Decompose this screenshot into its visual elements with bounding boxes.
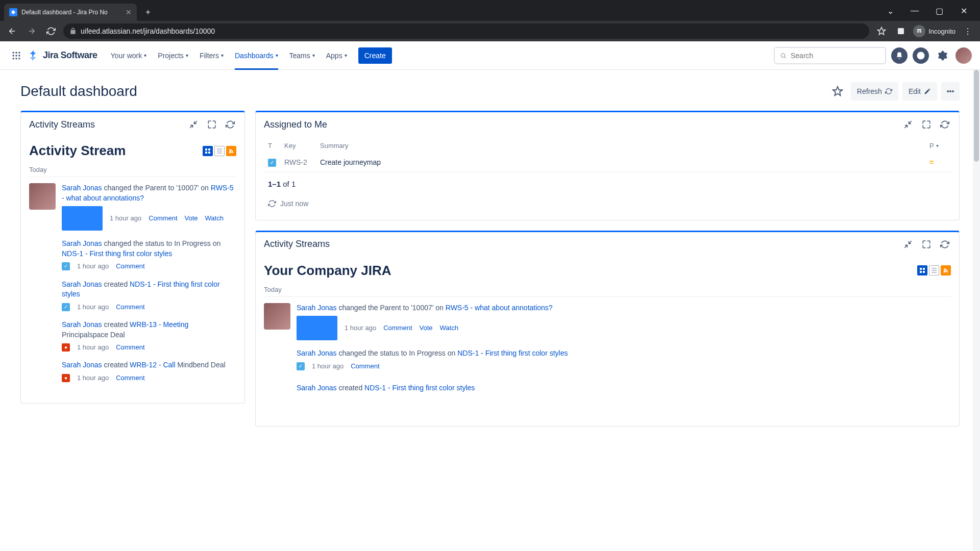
minimize-icon[interactable]: —: [904, 4, 925, 18]
activity-action[interactable]: Watch: [440, 323, 458, 333]
activity-link[interactable]: WRB-13 - Meeting: [130, 320, 188, 329]
col-key[interactable]: Key: [280, 139, 316, 153]
activity-user[interactable]: Sarah Jonas: [62, 361, 102, 369]
bookmark-star-icon[interactable]: [874, 24, 889, 38]
search-box[interactable]: [774, 47, 886, 64]
activity-avatar: [29, 320, 56, 346]
view-list-icon[interactable]: [214, 146, 225, 156]
view-list-icon[interactable]: [929, 265, 939, 276]
view-full-icon[interactable]: [917, 265, 927, 276]
activity-action[interactable]: Comment: [116, 303, 144, 312]
settings-icon[interactable]: [934, 47, 950, 64]
activity-action[interactable]: Comment: [149, 214, 177, 223]
app-switcher-icon[interactable]: [8, 47, 24, 64]
address-bar[interactable]: uifeed.atlassian.net/jira/dashboards/100…: [63, 23, 869, 39]
back-icon[interactable]: [5, 24, 19, 38]
svg-point-1: [917, 31, 919, 33]
notifications-icon[interactable]: [891, 47, 908, 64]
table-row[interactable]: ✓ RWS-2 Create journeymap =: [264, 153, 951, 172]
incognito-badge[interactable]: Incognito: [913, 25, 955, 37]
close-icon[interactable]: ✕: [126, 8, 132, 16]
activity-time: 1 hour ago: [345, 323, 376, 333]
minimize-icon[interactable]: [902, 118, 914, 131]
activity-user[interactable]: Sarah Jonas: [62, 280, 102, 288]
activity-user[interactable]: Sarah Jonas: [62, 320, 102, 329]
help-icon[interactable]: ?: [913, 47, 929, 64]
pager: 1–1 of 1: [264, 172, 951, 195]
view-full-icon[interactable]: [203, 146, 213, 156]
refresh-timestamp[interactable]: Just now: [264, 195, 951, 212]
search-input[interactable]: [791, 52, 880, 60]
nav-filters[interactable]: Filters▾: [195, 41, 228, 70]
activity-avatar[interactable]: [29, 183, 56, 210]
activity-link[interactable]: NDS-1 - First thing first color styles: [364, 384, 475, 392]
maximize-icon[interactable]: [206, 118, 218, 131]
activity-user[interactable]: Sarah Jonas: [297, 384, 337, 392]
activity-user[interactable]: Sarah Jonas: [297, 349, 337, 357]
activity-user[interactable]: Sarah Jonas: [297, 304, 337, 312]
refresh-icon[interactable]: [939, 238, 951, 251]
svg-point-8: [18, 55, 20, 56]
edit-button[interactable]: Edit: [902, 82, 937, 101]
col-type[interactable]: T: [264, 139, 280, 153]
scrollbar-thumb[interactable]: [974, 70, 979, 162]
reload-icon[interactable]: [44, 24, 58, 38]
maximize-icon[interactable]: [920, 238, 933, 251]
browser-tab[interactable]: Default dashboard - Jira Pro No ✕: [4, 4, 137, 21]
assigned-table: T Key Summary P▾ ✓ RWS-2 Create journeym…: [264, 139, 951, 172]
activity-action[interactable]: Watch: [205, 214, 224, 223]
window-controls: ⌄ — ▢ ✕: [880, 4, 980, 18]
activity-avatar[interactable]: [264, 303, 290, 330]
issue-key[interactable]: RWS-2: [280, 153, 316, 172]
rss-icon[interactable]: [226, 146, 236, 156]
nav-apps[interactable]: Apps▾: [322, 41, 351, 70]
jira-logo[interactable]: Jira Software: [28, 49, 97, 62]
activity-action[interactable]: Comment: [351, 362, 379, 371]
refresh-button[interactable]: Refresh: [851, 82, 898, 101]
activity-user[interactable]: Sarah Jonas: [62, 239, 102, 247]
priority-medium-icon: =: [929, 158, 934, 166]
activity-link[interactable]: WRB-12 - Call: [130, 361, 175, 369]
rss-icon[interactable]: [941, 265, 951, 276]
gadget-title: Assigned to Me: [264, 119, 327, 130]
activity-action[interactable]: Comment: [116, 343, 144, 352]
maximize-icon[interactable]: [920, 118, 933, 131]
refresh-icon[interactable]: [224, 118, 236, 131]
minimize-icon[interactable]: [187, 118, 200, 131]
activity-action[interactable]: Vote: [185, 214, 198, 223]
activity-link[interactable]: NDS-1 - First thing first color styles: [62, 249, 172, 258]
activity-user[interactable]: Sarah Jonas: [62, 184, 102, 192]
star-button[interactable]: [828, 82, 847, 101]
user-avatar[interactable]: [955, 47, 972, 64]
svg-rect-23: [923, 271, 925, 273]
new-tab-button[interactable]: +: [141, 5, 155, 19]
svg-point-7: [15, 55, 17, 56]
nav-dashboards[interactable]: Dashboards▾: [231, 41, 282, 70]
activity-action[interactable]: Vote: [420, 323, 433, 333]
create-button[interactable]: Create: [358, 47, 392, 64]
scrollbar[interactable]: [973, 70, 980, 551]
refresh-icon[interactable]: [939, 118, 951, 131]
issue-summary[interactable]: Create journeymap: [316, 153, 925, 172]
nav-your-work[interactable]: Your work▾: [107, 41, 151, 70]
activity-link[interactable]: RWS-5 - what about annotations?: [446, 304, 553, 312]
col-priority[interactable]: P▾: [925, 139, 951, 153]
forward-icon[interactable]: [24, 24, 39, 38]
minimize-icon[interactable]: [902, 238, 914, 251]
col-summary[interactable]: Summary: [316, 139, 925, 153]
more-button[interactable]: •••: [941, 82, 960, 101]
nav-teams[interactable]: Teams▾: [285, 41, 319, 70]
activity-action[interactable]: Comment: [116, 373, 144, 383]
browser-menu-icon[interactable]: ⋮: [961, 24, 975, 38]
activity-action[interactable]: Comment: [383, 323, 412, 333]
gadget-title: Activity Streams: [29, 119, 95, 130]
activity-action[interactable]: Comment: [116, 262, 144, 271]
extensions-icon[interactable]: [894, 24, 908, 38]
nav-projects[interactable]: Projects▾: [154, 41, 192, 70]
svg-point-19: [229, 152, 231, 153]
tabs-dropdown-icon[interactable]: ⌄: [880, 4, 900, 18]
activity-link[interactable]: NDS-1 - First thing first color styles: [457, 349, 568, 357]
close-window-icon[interactable]: ✕: [953, 4, 974, 18]
maximize-icon[interactable]: ▢: [929, 4, 949, 18]
refresh-icon: [885, 88, 892, 95]
